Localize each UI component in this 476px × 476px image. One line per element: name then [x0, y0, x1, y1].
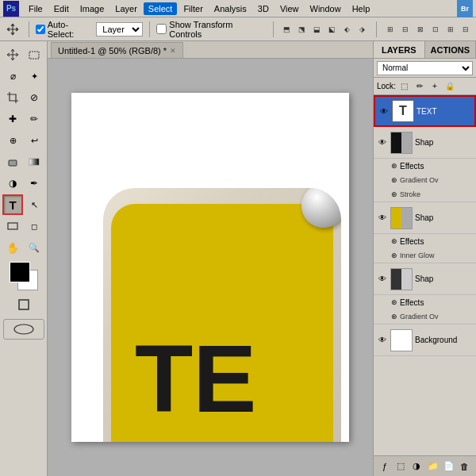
custom-shape-tool-button[interactable]: ◻	[24, 216, 44, 236]
menu-view[interactable]: View	[275, 2, 304, 15]
shape3-layer-group: 👁 Shap ⊛ Effects ⊛ Gradient Ov	[374, 263, 476, 324]
lock-pixels-button[interactable]: ⬚	[398, 80, 411, 93]
lock-all-button[interactable]: +	[428, 80, 441, 93]
shape3-layer-visibility[interactable]: 👁	[377, 274, 388, 285]
shape2-effects-label: ⊛ Effects	[374, 234, 476, 248]
new-adjustment-button[interactable]: ◑	[409, 459, 424, 474]
menu-3d[interactable]: 3D	[253, 2, 274, 15]
new-layer-button[interactable]: 📄	[442, 459, 456, 474]
hand-tool-button[interactable]: ✋	[2, 237, 23, 258]
menu-analysis[interactable]: Analysis	[209, 2, 251, 15]
delete-layer-button[interactable]: 🗑	[458, 459, 472, 474]
autoselect-checkbox[interactable]	[36, 25, 45, 34]
shape1-effects-label: ⊛ Effects	[374, 159, 476, 173]
move-tool-options[interactable]	[3, 21, 22, 38]
distribute-left-button[interactable]: ⊡	[428, 22, 443, 36]
shape1-layer[interactable]: 👁 Shap	[374, 127, 476, 159]
canvas-viewport[interactable]: TE	[48, 59, 373, 476]
type-tool-button[interactable]: T	[2, 194, 23, 215]
text-layer-visibility[interactable]: 👁	[378, 106, 390, 117]
history-brush-tool-button[interactable]: ↩	[24, 130, 44, 151]
gradient-tool-icon	[29, 156, 40, 167]
eyedropper-tool-button[interactable]: ⊘	[24, 87, 44, 108]
tool-row-6	[2, 152, 44, 172]
autoselect-dropdown[interactable]: Layer Group	[96, 22, 143, 36]
mode-row	[13, 294, 34, 315]
text-layer-thumbnail: T	[392, 100, 414, 122]
align-bottom-edges-button[interactable]: ⬓	[310, 22, 324, 36]
crop-tool-icon	[7, 92, 18, 103]
lock-position-button[interactable]: ✏	[413, 80, 426, 93]
menu-image[interactable]: Image	[75, 2, 109, 15]
text-layer[interactable]: 👁 T TEXT	[374, 95, 476, 127]
zoom-tool-button[interactable]: 🔍	[24, 237, 44, 258]
shape1-layer-visibility[interactable]: 👁	[377, 137, 388, 148]
stroke-icon: ⊛	[391, 190, 397, 198]
shape2-layer[interactable]: 👁 Shap	[374, 202, 476, 234]
spot-heal-tool-button[interactable]: ✚	[2, 109, 23, 129]
shape3-gradient-sub[interactable]: ⊛ Gradient Ov	[374, 309, 476, 324]
ellipse-tool-button[interactable]	[3, 319, 44, 340]
menu-help[interactable]: Help	[347, 2, 375, 15]
distribute-top-button[interactable]: ⊞	[383, 22, 397, 36]
lock-transparency-button[interactable]: 🔒	[443, 80, 456, 93]
shape1-effects-text: Effects	[400, 162, 424, 171]
move-tool-button[interactable]	[2, 44, 23, 65]
background-layer-visibility[interactable]: 👁	[377, 335, 388, 346]
eraser-tool-button[interactable]	[2, 152, 23, 172]
align-right-edges-button[interactable]: ⬗	[355, 22, 370, 36]
layers-tab[interactable]: LAYERS	[374, 41, 425, 58]
magic-wand-tool-button[interactable]: ✦	[24, 66, 44, 86]
tool-row-2: ⌀ ✦	[2, 66, 44, 86]
tool-row-3: ⊘	[2, 87, 44, 108]
align-vertical-center-button[interactable]: ⬔	[295, 22, 309, 36]
marquee-tool-button[interactable]	[24, 44, 44, 65]
shape3-gradient-label: Gradient Ov	[400, 313, 439, 321]
eraser-tool-icon	[7, 156, 18, 167]
brush-tool-button[interactable]: ✏	[24, 109, 44, 129]
background-layer[interactable]: 👁 Background	[374, 324, 476, 356]
gradient-tool-button[interactable]	[24, 152, 44, 172]
distribute-right-button[interactable]: ⊟	[459, 22, 473, 36]
menu-edit[interactable]: Edit	[49, 2, 74, 15]
tool-row-4: ✚ ✏	[2, 109, 44, 129]
align-left-edges-button[interactable]: ⬕	[325, 22, 340, 36]
clone-stamp-tool-button[interactable]: ⊕	[2, 130, 23, 151]
shape1-gradient-sub[interactable]: ⊛ Gradient Ov	[374, 173, 476, 187]
new-group-button[interactable]: 📁	[426, 459, 440, 474]
crop-tool-button[interactable]	[2, 87, 23, 108]
menu-layer[interactable]: Layer	[110, 2, 142, 15]
path-selection-tool-button[interactable]: ↖	[24, 194, 44, 215]
align-horizontal-center-button[interactable]: ⬖	[340, 22, 355, 36]
pen-tool-button[interactable]: ✒	[24, 173, 44, 194]
shape2-inner-glow-sub[interactable]: ⊛ Inner Glow	[374, 248, 476, 263]
distribute-horizontal-button[interactable]: ⊞	[443, 22, 458, 36]
menu-select[interactable]: Select	[144, 2, 178, 15]
tab-close-button[interactable]: ✕	[170, 47, 176, 55]
rectangle-tool-button[interactable]	[2, 216, 23, 236]
dodge-tool-button[interactable]: ◑	[2, 173, 23, 194]
show-transform-label: Show Transform Controls	[169, 20, 267, 39]
menu-filter[interactable]: Filter	[178, 2, 207, 15]
shape2-layer-visibility[interactable]: 👁	[377, 213, 388, 224]
add-mask-button[interactable]: ⬚	[393, 459, 408, 474]
svg-rect-4	[19, 300, 29, 309]
foreground-color-swatch[interactable]	[10, 262, 30, 282]
lasso-tool-button[interactable]: ⌀	[2, 66, 23, 86]
distribute-vertical-button[interactable]: ⊟	[398, 22, 413, 36]
menu-window[interactable]: Window	[305, 2, 346, 15]
shape1-stroke-sub[interactable]: ⊛ Stroke	[374, 187, 476, 202]
show-transform-checkbox[interactable]	[156, 24, 167, 34]
standard-mode-button[interactable]	[13, 294, 34, 315]
bridge-button[interactable]: Br	[457, 0, 473, 17]
tool-row-7: ◑ ✒	[2, 173, 44, 194]
shape3-layer[interactable]: 👁 Shap	[374, 263, 476, 295]
document-tab[interactable]: Untitled-1 @ 50% (RGB/8) * ✕	[51, 42, 183, 58]
align-top-edges-button[interactable]: ⬒	[280, 22, 294, 36]
menu-file[interactable]: File	[24, 2, 48, 15]
distribute-bottom-button[interactable]: ⊠	[413, 22, 428, 36]
canvas-area: Untitled-1 @ 50% (RGB/8) * ✕ TE	[48, 41, 373, 476]
add-layer-style-button[interactable]: ƒ	[378, 459, 392, 474]
actions-tab[interactable]: ACTIONS	[425, 41, 477, 58]
blend-mode-select[interactable]: Normal Multiply Screen	[377, 61, 473, 75]
